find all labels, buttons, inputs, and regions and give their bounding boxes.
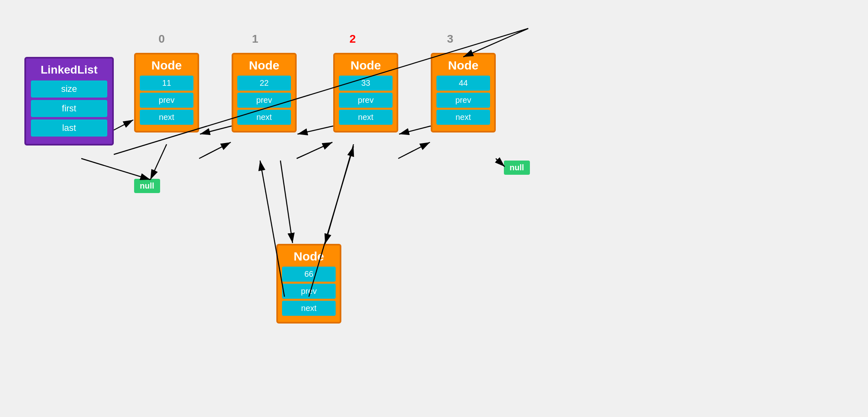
linkedlist-title: LinkedList (31, 63, 107, 76)
node-1-prev: prev (237, 93, 291, 108)
svg-line-15 (325, 144, 354, 244)
svg-line-9 (398, 142, 430, 159)
node-1-value: 22 (237, 76, 291, 91)
svg-line-10 (399, 126, 431, 134)
node-new-title: Node (282, 250, 336, 263)
node-0-title: Node (140, 59, 193, 72)
node-0: Node 11 prev next (134, 53, 199, 132)
node-2-title: Node (339, 59, 393, 72)
svg-line-14 (280, 161, 293, 243)
node-0-prev: prev (140, 93, 193, 108)
linkedlist-box: LinkedList size first last (24, 57, 114, 146)
index-0: 0 (158, 33, 165, 46)
node-3: Node 44 prev next (431, 53, 496, 132)
node-0-next: next (140, 110, 193, 125)
index-2: 2 (349, 33, 356, 46)
node-1-next: next (237, 110, 291, 125)
node-new-value: 66 (282, 267, 336, 282)
diagram-container: LinkedList size first last 0 1 2 3 Node … (0, 0, 868, 417)
node-3-value: 44 (436, 76, 490, 91)
node-1-title: Node (237, 59, 291, 72)
svg-line-11 (496, 159, 505, 167)
node-new: Node 66 prev next (276, 244, 341, 324)
node-2-next: next (339, 110, 393, 125)
svg-line-5 (199, 142, 231, 159)
svg-line-6 (200, 126, 232, 134)
node-1: Node 22 prev next (232, 53, 297, 132)
svg-line-7 (297, 142, 332, 159)
node-0-value: 11 (140, 76, 193, 91)
node-3-prev: prev (436, 93, 490, 108)
node-3-title: Node (436, 59, 490, 72)
node-new-next: next (282, 301, 336, 316)
svg-line-2 (114, 120, 133, 130)
null-box-right: null (504, 161, 530, 175)
ll-field-first: first (31, 100, 107, 117)
svg-line-8 (297, 126, 333, 134)
node-new-prev: prev (282, 284, 336, 299)
ll-field-size: size (31, 80, 107, 98)
node-3-next: next (436, 110, 490, 125)
null-box-left: null (134, 179, 160, 193)
svg-line-4 (150, 144, 167, 180)
ll-field-last: last (31, 119, 107, 137)
node-2-value: 33 (339, 76, 393, 91)
node-2-prev: prev (339, 93, 393, 108)
svg-line-3 (81, 159, 150, 180)
index-3: 3 (447, 33, 454, 46)
index-1: 1 (252, 33, 258, 46)
node-2: Node 33 prev next (333, 53, 398, 132)
